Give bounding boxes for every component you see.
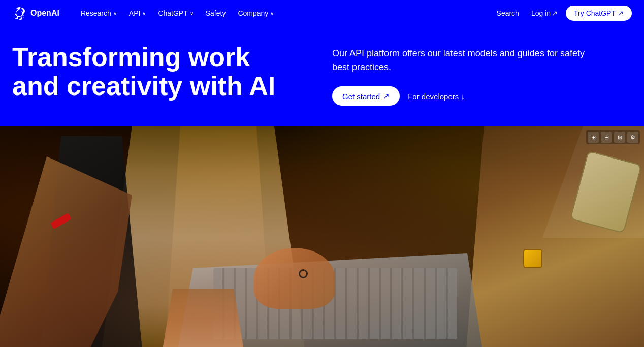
laptop-keyboard (213, 268, 457, 339)
search-button[interactable]: Search (493, 6, 523, 20)
image-ctrl-settings[interactable]: ⚙ (627, 132, 638, 143)
nav-safety[interactable]: Safety (201, 6, 231, 20)
for-developers-button[interactable]: For developers ↓ (408, 92, 465, 101)
research-chevron-icon: ∨ (113, 11, 117, 16)
try-chatgpt-button[interactable]: Try ChatGPT ↗ (566, 6, 632, 21)
nav-api[interactable]: API ∨ (124, 6, 151, 20)
watch-yellow (523, 249, 542, 268)
photo-overlay (0, 126, 644, 347)
hero-buttons: Get started ↗ For developers ↓ (332, 86, 632, 106)
hero-image-section: ⊞ ⊟ ⊠ ⚙ (0, 126, 644, 347)
openai-logo[interactable]: OpenAI (12, 6, 59, 20)
try-arrow-icon: ↗ (618, 9, 624, 17)
navigation: OpenAI Research ∨ API ∨ ChatGPT ∨ Safety… (0, 0, 644, 26)
image-ctrl-3[interactable]: ⊠ (614, 132, 625, 143)
hero-title: Transforming work and creativity with AI (12, 43, 276, 101)
hero-photo (0, 126, 644, 347)
get-started-button[interactable]: Get started ↗ (332, 86, 400, 106)
nav-links: Research ∨ API ∨ ChatGPT ∨ Safety Compan… (76, 6, 493, 20)
developers-arrow-icon: ↓ (461, 92, 465, 101)
image-ctrl-2[interactable]: ⊟ (601, 132, 612, 143)
login-button[interactable]: Log in ↗ (527, 6, 562, 20)
chatgpt-chevron-icon: ∨ (190, 11, 194, 16)
ring (299, 269, 308, 278)
hero-right: Our API platform offers our latest model… (332, 43, 632, 106)
company-chevron-icon: ∨ (270, 11, 274, 16)
logo-text: OpenAI (30, 9, 59, 18)
nav-right: Search Log in ↗ Try ChatGPT ↗ (493, 6, 632, 21)
nav-company[interactable]: Company ∨ (233, 6, 279, 20)
nav-chatgpt[interactable]: ChatGPT ∨ (153, 6, 198, 20)
image-ctrl-1[interactable]: ⊞ (588, 132, 599, 143)
nav-research[interactable]: Research ∨ (76, 6, 122, 20)
hero-description: Our API platform offers our latest model… (332, 47, 596, 74)
image-controls: ⊞ ⊟ ⊠ ⚙ (586, 130, 640, 144)
api-chevron-icon: ∨ (142, 11, 146, 16)
hero-section: Transforming work and creativity with AI… (0, 26, 644, 126)
hand-on-laptop (254, 248, 335, 309)
get-started-arrow-icon: ↗ (383, 91, 390, 101)
login-arrow-icon: ↗ (552, 9, 558, 17)
hero-left: Transforming work and creativity with AI (12, 43, 312, 101)
